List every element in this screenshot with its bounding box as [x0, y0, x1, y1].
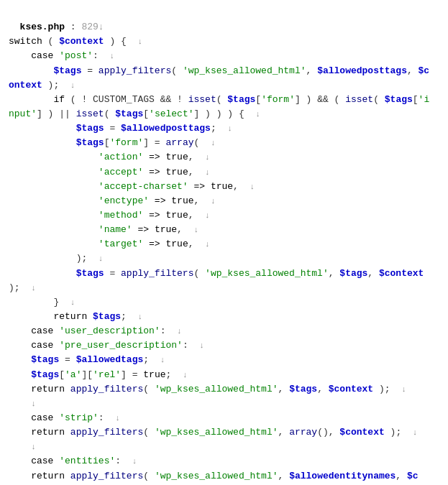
code-line-14: ); ↓ [9, 253, 103, 264]
code-line-27: case 'entities': ↓ [9, 456, 137, 466]
code-line-9: 'accept-charset' => true, ↓ [9, 181, 255, 192]
filename: kses.php [20, 22, 65, 32]
separator: : [65, 22, 81, 32]
code-line-12: 'name' => true, ↓ [9, 224, 198, 235]
code-line-4: if ( ! CUSTOM_TAGS && ! isset( $tags['fo… [9, 94, 429, 119]
code-line-22: return apply_filters( 'wp_kses_allowed_h… [9, 384, 406, 394]
code-line-6: $tags['form'] = array( ↓ [9, 137, 216, 148]
code-line-8: 'accept' => true, ↓ [9, 167, 210, 177]
code-line-23: ↓ [9, 398, 36, 409]
code-container: kses.php : 829↓ switch ( $context ) { ↓ … [0, 0, 448, 485]
code-line-1: switch ( $context ) { ↓ [9, 36, 142, 47]
code-line-21: $tags['a']['rel'] = true; ↓ [9, 369, 188, 380]
code-line-7: 'action' => true, ↓ [9, 152, 210, 162]
code-line-13: 'target' => true, ↓ [9, 239, 210, 249]
code-line-11: 'method' => true, ↓ [9, 210, 210, 221]
code-line-10: 'enctype' => true, ↓ [9, 195, 216, 206]
code-line-19: case 'pre_user_description': ↓ [9, 340, 204, 351]
code-line-2: case 'post': ↓ [9, 50, 114, 61]
code-line-16: } ↓ [9, 297, 75, 308]
code-line-3: $tags = apply_filters( 'wp_kses_allowed_… [9, 65, 429, 91]
code-line-20: $tags = $allowedtags; ↓ [9, 354, 165, 365]
code-line-26: ↓ [9, 441, 36, 452]
code-line-25: return apply_filters( 'wp_kses_allowed_h… [9, 427, 417, 438]
code-line-15: $tags = apply_filters( 'wp_kses_allowed_… [9, 268, 429, 293]
code-line-24: case 'strip': ↓ [9, 412, 120, 423]
code-line-18: case 'user_description': ↓ [9, 325, 182, 336]
line-number: 829↓ [81, 22, 104, 32]
code-line-28: return apply_filters( 'wp_kses_allowed_h… [9, 471, 419, 486]
code-line-5: $tags = $allowedposttags; ↓ [9, 123, 232, 134]
code-line-17: return $tags; ↓ [9, 311, 142, 322]
